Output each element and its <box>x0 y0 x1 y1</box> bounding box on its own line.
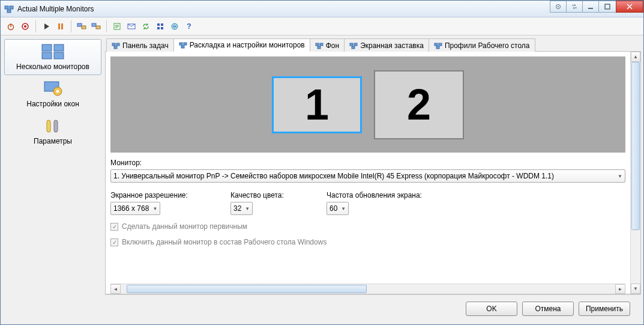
tab-4[interactable]: Профили Рабочего стола <box>429 38 535 52</box>
tools-icon <box>41 118 65 135</box>
horizontal-scrollbar[interactable]: ◄ ► <box>110 284 625 294</box>
tab-2[interactable]: Фон <box>310 38 345 52</box>
primary-checkbox: ✓ <box>110 223 118 231</box>
mail-icon[interactable] <box>125 20 138 33</box>
resolution-dropdown[interactable]: 1366 x 768 ▼ <box>110 202 160 215</box>
svg-rect-47 <box>439 43 442 46</box>
grid-icon[interactable] <box>154 20 167 33</box>
svg-rect-33 <box>54 120 58 132</box>
svg-rect-12 <box>61 23 63 29</box>
dialog-footer: OK Отмена Применить <box>105 294 641 322</box>
sidebar-item-0[interactable]: Несколько мониторов <box>4 39 101 75</box>
cancel-button[interactable]: Отмена <box>522 302 574 316</box>
pause-icon[interactable] <box>54 20 67 33</box>
note-icon[interactable] <box>110 20 124 33</box>
svg-rect-43 <box>350 43 353 46</box>
svg-rect-40 <box>316 43 319 46</box>
ok-button[interactable]: OK <box>466 302 517 316</box>
sidebar-item-2[interactable]: Параметры <box>4 114 101 150</box>
target-icon[interactable] <box>19 20 32 33</box>
apply-button[interactable]: Применить <box>579 302 630 316</box>
svg-rect-22 <box>161 27 163 29</box>
svg-rect-36 <box>114 46 117 49</box>
toolbar: ? <box>1 17 643 35</box>
taskbar-icon <box>112 41 120 50</box>
include-check-label: Включить данный монитор в состав Рабочег… <box>122 238 327 246</box>
vscroll-thumb[interactable] <box>631 62 640 230</box>
primary-check-row: ✓ Сделать данный монитор первичным <box>110 222 625 231</box>
power-icon[interactable] <box>4 20 17 33</box>
body: Несколько мониторовНастройки оконПарамет… <box>1 35 643 324</box>
tab-1[interactable]: Раскладка и настройки мониторов <box>173 38 310 52</box>
monitor-dropdown[interactable]: 1. Универсальный монитор PnP -> Семейств… <box>110 169 625 183</box>
help-icon[interactable]: ? <box>182 20 196 33</box>
monitor-layout-arena[interactable]: 12 <box>110 56 625 153</box>
content-area: 12 Монитор: 1. Универсальный монитор PnP… <box>106 52 630 294</box>
maximize-button[interactable] <box>598 1 616 13</box>
svg-rect-48 <box>436 46 439 49</box>
vertical-scrollbar[interactable]: ▲ ▼ <box>630 52 640 294</box>
app-window: Actual Multiple Monitors ? Несколько мон… <box>0 0 644 325</box>
window-title: Actual Multiple Monitors <box>17 5 550 13</box>
svg-rect-15 <box>92 23 96 26</box>
scroll-up-icon[interactable]: ▲ <box>631 52 640 62</box>
swap-window-button[interactable] <box>566 1 583 13</box>
globe-icon[interactable] <box>168 20 181 33</box>
svg-point-31 <box>56 90 59 93</box>
refresh-label: Частота обновления экрана: <box>327 191 625 199</box>
svg-rect-35 <box>116 43 119 46</box>
svg-rect-41 <box>320 43 323 46</box>
svg-rect-20 <box>161 23 163 26</box>
svg-rect-0 <box>5 6 8 9</box>
svg-rect-32 <box>47 120 50 132</box>
svg-rect-1 <box>10 6 13 9</box>
toolbar-separator <box>35 20 36 32</box>
svg-rect-5 <box>588 8 593 9</box>
color-dropdown[interactable]: 32 ▼ <box>230 202 253 215</box>
monitor-2[interactable]: 2 <box>374 70 464 139</box>
screens-b-icon[interactable] <box>89 20 103 33</box>
refresh-dropdown[interactable]: 60 ▼ <box>327 202 349 215</box>
svg-point-4 <box>558 6 559 7</box>
window-gear-icon <box>41 80 65 97</box>
scroll-right-icon[interactable]: ► <box>615 284 625 294</box>
resolution-label: Экранное разрешение: <box>110 191 230 199</box>
svg-rect-28 <box>54 52 64 59</box>
svg-rect-39 <box>181 46 184 48</box>
tab-3[interactable]: Экранная заставка <box>344 38 429 52</box>
tab-label: Экранная заставка <box>360 41 424 50</box>
toolbar-separator <box>106 20 107 32</box>
screensaver-icon <box>349 41 358 50</box>
main-panel: Панель задачРаскладка и настройки монито… <box>105 38 641 322</box>
monitor-1[interactable]: 1 <box>272 76 362 133</box>
hscroll-thumb[interactable] <box>127 285 367 293</box>
app-icon <box>4 4 14 14</box>
primary-check-label: Сделать данный монитор первичным <box>122 222 247 231</box>
sidebar-item-1[interactable]: Настройки окон <box>4 76 101 112</box>
svg-rect-44 <box>354 43 357 46</box>
screens-a-icon[interactable] <box>75 20 88 33</box>
display-settings-row: Экранное разрешение: 1366 x 768 ▼ Качест… <box>110 191 625 215</box>
scroll-down-icon[interactable]: ▼ <box>631 284 640 294</box>
sidebar: Несколько мониторовНастройки оконПарамет… <box>3 38 103 322</box>
play-icon[interactable] <box>40 20 53 33</box>
include-check-row: ✓ Включить данный монитор в состав Рабоч… <box>110 238 625 246</box>
tab-0[interactable]: Панель задач <box>106 38 174 52</box>
settings-window-button[interactable] <box>550 1 567 13</box>
scroll-left-icon[interactable]: ◄ <box>110 284 121 294</box>
resolution-value: 1366 x 768 <box>113 204 149 213</box>
monitor-label: Монитор: <box>110 159 625 167</box>
vscroll-track[interactable] <box>631 62 640 284</box>
svg-rect-2 <box>7 10 11 13</box>
chevron-down-icon: ▼ <box>245 206 250 211</box>
close-button[interactable] <box>616 1 643 13</box>
background-icon <box>315 41 324 50</box>
refresh-icon[interactable] <box>139 20 152 33</box>
sidebar-item-label: Настройки окон <box>26 100 79 108</box>
tab-label: Раскладка и настройки мониторов <box>190 41 305 49</box>
multi-monitors-icon <box>41 43 65 60</box>
minimize-button[interactable] <box>582 1 599 13</box>
svg-rect-14 <box>82 26 86 29</box>
hscroll-track[interactable] <box>121 284 615 294</box>
monitor-dropdown-value: 1. Универсальный монитор PnP -> Семейств… <box>113 172 554 180</box>
